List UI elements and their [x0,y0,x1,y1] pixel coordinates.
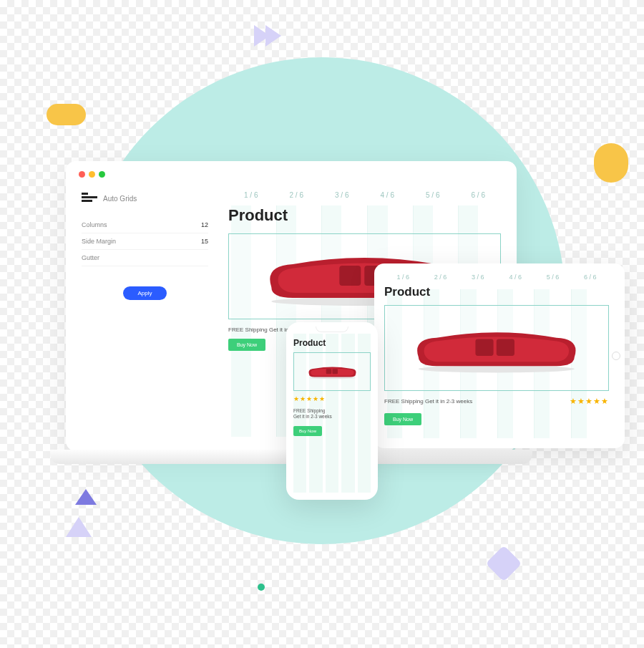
grid-column-labels: 1 / 6 2 / 6 3 / 6 4 / 6 5 / 6 6 / 6 [228,191,501,199]
product-heading: Product [293,338,371,348]
product-image-frame [293,352,371,391]
decor-pill-yellow-left [47,104,86,125]
decor-pill-yellow-right [594,143,628,183]
grid-label: 5 / 6 [534,274,571,281]
columns-input[interactable] [180,221,208,228]
shipping-text: FREE Shipping Get it in 2-3 weeks [384,398,472,405]
decor-dot-green [258,584,265,591]
tablet-device: 1 / 6 2 / 6 3 / 6 4 / 6 5 / 6 6 / 6 Prod… [374,263,625,448]
field-columns: Columns [82,217,208,233]
rating-stars: ★★★★★ [570,397,609,406]
side-margin-input[interactable] [180,238,208,245]
maximize-icon[interactable] [99,171,105,178]
minimize-icon[interactable] [89,171,95,178]
svg-rect-5 [497,339,514,355]
gutter-input[interactable] [180,254,208,261]
grid-label: 2 / 6 [274,191,320,199]
svg-rect-1 [339,266,361,286]
shipping-line-1: FREE Shipping [293,408,371,414]
grid-label: 4 / 6 [497,274,534,281]
window-traffic-lights [79,171,105,178]
decor-diamond [486,546,522,582]
buy-now-button[interactable]: Buy Now [293,426,322,436]
shipping-line-2: Get it in 2-3 weeks [293,414,371,420]
decor-triangle-light [66,517,92,537]
grids-icon [82,193,97,204]
product-heading: Product [384,285,609,299]
grid-label: 5 / 6 [410,191,456,199]
svg-rect-7 [326,369,331,374]
field-gutter: Gutter [82,250,208,266]
couch-image [406,316,587,380]
rating-stars: ★★★★★ [293,395,371,402]
settings-sidebar: Auto Grids Columns Side Margin Gutter Ap… [74,185,221,443]
buy-now-button[interactable]: Buy Now [228,339,265,351]
tablet-home-button[interactable] [612,352,620,360]
sidebar-title: Auto Grids [103,195,137,203]
grid-column-labels: 1 / 6 2 / 6 3 / 6 4 / 6 5 / 6 6 / 6 [384,274,609,281]
grid-label: 4 / 6 [365,191,411,199]
product-heading: Product [228,206,501,225]
grid-label: 3 / 6 [459,274,497,281]
product-image-frame [384,305,609,391]
phone-device: Product ★★★★★ FREE Shipping Get it in 2-… [286,322,378,500]
close-icon[interactable] [79,171,85,178]
couch-image [306,354,359,389]
apply-button[interactable]: Apply [123,286,166,300]
decor-triangle-dark [75,489,97,505]
grid-label: 2 / 6 [421,274,459,281]
svg-point-6 [309,377,356,379]
grid-label: 6 / 6 [456,191,502,199]
svg-point-3 [419,365,575,372]
decor-fast-forward-icon [254,25,281,47]
field-side-margin: Side Margin [82,233,208,250]
phone-notch [316,327,348,332]
grid-label: 1 / 6 [228,191,274,199]
buy-now-button[interactable]: Buy Now [384,413,421,425]
grid-label: 3 / 6 [319,191,365,199]
columns-label: Columns [82,221,107,228]
grid-label: 6 / 6 [572,274,609,281]
svg-rect-4 [476,339,494,355]
side-margin-label: Side Margin [82,238,116,245]
grid-label: 1 / 6 [384,274,421,281]
gutter-label: Gutter [82,254,99,261]
svg-rect-8 [332,369,338,374]
